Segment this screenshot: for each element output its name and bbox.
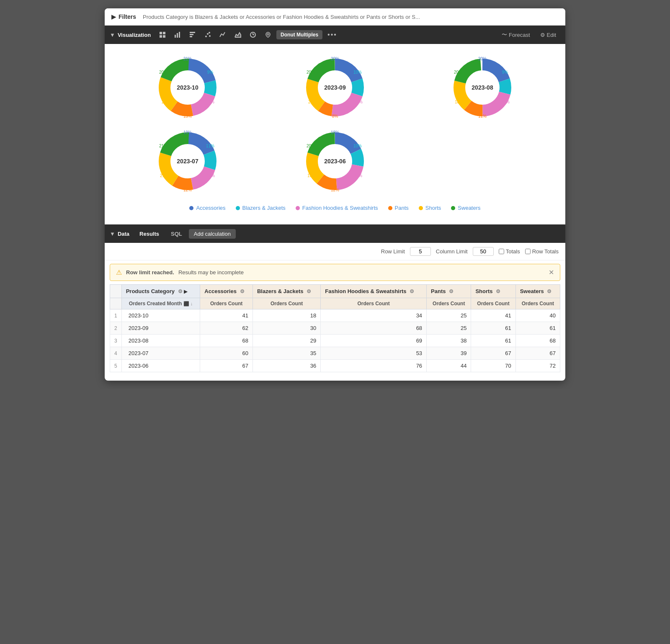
legend-shorts[interactable]: Shorts <box>419 205 441 211</box>
row-number: 4 <box>110 347 122 360</box>
donut-multiples-btn[interactable]: Donut Multiples <box>276 30 322 39</box>
col-header-sweaters: Sweaters ⚙ <box>515 285 560 298</box>
more-options-btn[interactable]: ••• <box>324 29 340 40</box>
viz-right-btns: 〜 Forecast ⚙ Edit <box>497 29 560 40</box>
legend-fashion-hoodies[interactable]: Fashion Hoodies & Sweatshirts <box>296 205 378 211</box>
svg-text:9%: 9% <box>502 70 508 75</box>
svg-text:10%: 10% <box>353 70 362 75</box>
table-row: 52023-06673676447072 <box>110 360 560 372</box>
cell-val-1: 35 <box>253 347 320 360</box>
svg-point-10 <box>205 36 207 37</box>
svg-point-37 <box>319 72 351 103</box>
row-totals-checkbox[interactable] <box>525 249 531 254</box>
sub-header-shorts-count: Orders Count <box>471 298 515 309</box>
gear-sweaters-icon[interactable]: ⚙ <box>547 289 551 294</box>
svg-text:9%: 9% <box>207 70 214 75</box>
data-label-text: Data <box>118 231 129 237</box>
main-container: ▶ Filters Products Category is Blazers &… <box>105 8 565 381</box>
gear-accessories-icon[interactable]: ⚙ <box>240 289 245 294</box>
sort-month-icon[interactable]: ⬛ ↓ <box>183 301 193 306</box>
legend-dot-fashion-hoodies <box>296 206 300 210</box>
legend-accessories[interactable]: Accessories <box>189 205 225 211</box>
bar-viz-btn[interactable] <box>171 30 184 40</box>
svg-text:22%: 22% <box>354 100 363 104</box>
col-limit-input[interactable] <box>473 247 494 256</box>
cell-val-2: 69 <box>321 335 427 347</box>
row-totals-checkbox-label[interactable]: Row Totals <box>525 248 559 255</box>
legend-pants[interactable]: Pants <box>388 205 409 211</box>
svg-text:20%: 20% <box>331 57 339 61</box>
donut-2023-10: 21% 9% 17% 13% 21% 20% 2023-10 <box>118 54 257 121</box>
sql-tab[interactable]: SQL <box>166 229 187 239</box>
svg-text:17%: 17% <box>206 100 214 104</box>
svg-point-13 <box>209 35 211 37</box>
viz-toolbar: ▼ Visualization <box>105 26 565 44</box>
warning-text: Results may be incomplete <box>178 269 244 276</box>
donut-2023-08: 20% 9% 21% 11% 18% 20% 2023-08 <box>413 54 552 121</box>
svg-rect-2 <box>160 35 162 38</box>
gear-fashion-hoodies-icon[interactable]: ⚙ <box>410 289 414 294</box>
cell-val-1: 18 <box>253 309 320 322</box>
edit-btn[interactable]: ⚙ Edit <box>536 30 560 40</box>
svg-rect-3 <box>163 35 165 38</box>
totals-checkbox[interactable] <box>499 249 504 254</box>
scatter-viz-btn[interactable] <box>201 30 214 40</box>
svg-point-63 <box>172 145 204 177</box>
gear-shorts-icon[interactable]: ⚙ <box>496 289 500 294</box>
svg-rect-6 <box>179 32 180 38</box>
filters-bar: ▶ Filters Products Category is Blazers &… <box>105 8 565 26</box>
legend-blazers[interactable]: Blazers & Jackets <box>236 205 286 211</box>
col-header-fashion-hoodies: Fashion Hoodies & Sweatshirts ⚙ <box>321 285 427 298</box>
table-viz-btn[interactable] <box>156 30 169 40</box>
filters-toggle[interactable]: ▶ Filters <box>111 13 136 20</box>
sub-header-pants-count: Orders Count <box>427 298 471 309</box>
legend-dot-pants <box>388 206 392 210</box>
svg-rect-1 <box>163 32 165 34</box>
line-viz-btn[interactable] <box>216 30 229 40</box>
svg-rect-0 <box>160 32 162 34</box>
svg-text:18%: 18% <box>455 100 463 104</box>
results-tab[interactable]: Results <box>134 229 164 239</box>
svg-text:18%: 18% <box>331 130 339 135</box>
filters-label-text: Filters <box>119 13 136 20</box>
svg-text:20%: 20% <box>307 70 315 75</box>
sorted-bar-viz-btn[interactable] <box>186 30 199 40</box>
col-header-shorts: Shorts ⚙ <box>471 285 515 298</box>
row-number: 3 <box>110 335 122 347</box>
totals-checkbox-label[interactable]: Totals <box>499 248 520 255</box>
cell-val-2: 53 <box>321 347 427 360</box>
gear-pants-icon[interactable]: ⚙ <box>449 289 454 294</box>
gear-blazers-icon[interactable]: ⚙ <box>307 289 311 294</box>
area-viz-btn[interactable] <box>231 30 245 40</box>
cell-val-5: 72 <box>515 360 560 372</box>
clock-viz-btn[interactable] <box>246 30 260 40</box>
svg-text:13%: 13% <box>183 114 192 118</box>
cell-month: 2023-10 <box>121 309 200 322</box>
svg-text:19%: 19% <box>183 130 192 135</box>
svg-text:11%: 11% <box>478 114 487 118</box>
limit-bar: Row Limit Column Limit Totals Row Totals <box>105 243 565 260</box>
row-limit-input[interactable] <box>410 247 431 256</box>
cell-val-4: 70 <box>471 360 515 372</box>
svg-rect-5 <box>177 33 178 38</box>
donut-2023-09: 20% 10% 22% 8% 20% 20% 2023-09 <box>265 54 405 121</box>
map-viz-btn[interactable] <box>261 30 275 40</box>
legend-label-accessories: Accessories <box>196 205 225 211</box>
svg-text:21%: 21% <box>354 173 362 178</box>
svg-text:10%: 10% <box>353 144 362 148</box>
svg-text:17%: 17% <box>206 173 215 178</box>
legend-sweaters[interactable]: Sweaters <box>451 205 480 211</box>
arrow-right-category-icon: ▶ <box>184 289 187 294</box>
svg-text:21%: 21% <box>160 173 168 178</box>
gear-products-category-icon[interactable]: ⚙ <box>178 289 183 294</box>
svg-point-76 <box>319 145 351 177</box>
svg-text:21%: 21% <box>159 144 168 148</box>
cell-val-4: 67 <box>471 347 515 360</box>
warning-close-btn[interactable]: ✕ <box>549 268 554 276</box>
cell-val-1: 29 <box>253 335 320 347</box>
cell-month: 2023-08 <box>121 335 200 347</box>
cell-month: 2023-06 <box>121 360 200 372</box>
add-calculation-btn[interactable]: Add calculation <box>189 229 236 239</box>
forecast-btn[interactable]: 〜 Forecast <box>497 29 534 40</box>
table-row: 12023-10411834254140 <box>110 309 560 322</box>
